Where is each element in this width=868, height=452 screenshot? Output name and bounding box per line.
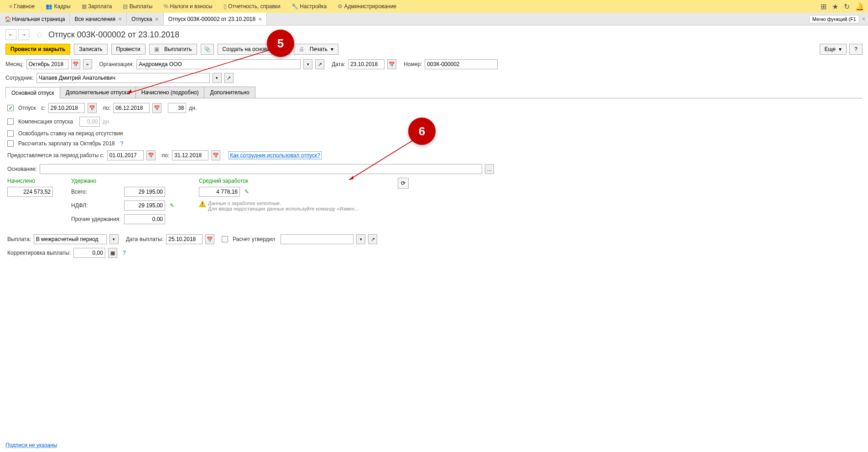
calendar-icon[interactable]: 📅 <box>205 234 214 244</box>
withheld-header[interactable]: Удержано <box>71 178 185 184</box>
approver-open-icon[interactable]: ↗ <box>368 234 377 244</box>
period-to-input[interactable] <box>172 150 208 160</box>
callout-6: 6 <box>408 118 436 145</box>
top-menu: ≡ Главное 👥 Кадры ▦ Зарплата ▤ Выплаты %… <box>0 0 868 13</box>
payout-dropdown[interactable] <box>109 234 119 244</box>
save-button[interactable]: Записать <box>74 44 107 55</box>
correction-help[interactable]: ? <box>123 250 126 256</box>
tab-main-vacation[interactable]: Основной отпуск <box>5 87 60 98</box>
nav-back[interactable]: ← <box>5 29 16 40</box>
accrued-header[interactable]: Начислено <box>7 178 57 184</box>
nav-forward[interactable]: → <box>18 29 29 40</box>
calc-icon[interactable]: ▦ <box>108 248 117 258</box>
compensation-input[interactable] <box>79 117 100 127</box>
compensation-days-label: дн. <box>103 118 110 125</box>
menu-hr[interactable]: 👥 Кадры <box>40 0 76 13</box>
payout-label: Выплата: <box>7 236 31 242</box>
help-button[interactable]: ? <box>849 44 863 55</box>
employee-label: Сотрудник: <box>5 75 34 81</box>
calendar-icon[interactable]: 📅 <box>211 150 220 160</box>
menu-salary[interactable]: ▦ Зарплата <box>76 0 118 13</box>
calc-salary-checkbox[interactable] <box>7 140 14 147</box>
tab-bar: 🏠 Начальная страница Все начисления× Отп… <box>0 13 868 26</box>
menu-settings[interactable]: 🔧 Настройка <box>286 0 332 13</box>
vacation-days-input[interactable] <box>168 103 186 113</box>
stepper-icon[interactable]: ÷ <box>83 59 92 69</box>
basis-more-icon[interactable]: … <box>485 164 494 174</box>
close-page-icon[interactable]: × <box>862 16 865 22</box>
svg-text:!: ! <box>202 201 203 207</box>
home-icon: 🏠 <box>5 16 10 22</box>
tab-home[interactable]: 🏠 Начальная страница <box>0 13 70 25</box>
calendar-icon[interactable]: 📅 <box>88 103 97 113</box>
approved-checkbox[interactable] <box>222 236 228 242</box>
menu-reports[interactable]: ▯ Отчетность, справки <box>218 0 286 13</box>
calendar-icon[interactable]: 📅 <box>71 59 80 69</box>
menu-payments[interactable]: ▤ Выплаты <box>117 0 158 13</box>
vacation-to-input[interactable] <box>113 103 150 113</box>
calendar-icon[interactable]: 📅 <box>387 59 396 69</box>
close-icon[interactable]: × <box>258 16 262 22</box>
more-button[interactable]: Еще ▾ <box>820 44 847 55</box>
edit-pencil-icon[interactable]: ✎ <box>244 189 249 195</box>
edit-pencil-icon[interactable]: ✎ <box>170 202 174 209</box>
correction-input[interactable] <box>73 248 105 258</box>
page-title: Отпуск 003К-000002 от 23.10.2018 <box>48 30 179 40</box>
to-label: по: <box>103 105 111 111</box>
total-label: Всего: <box>71 189 121 195</box>
star-icon[interactable]: ★ <box>832 2 838 11</box>
payout-date-input[interactable] <box>166 234 203 244</box>
menu-admin[interactable]: ⚙ Администрирование <box>332 0 402 13</box>
other-label: Прочие удержания: <box>71 216 121 222</box>
warn-line2: Для ввода недостающих данных используйте… <box>208 206 359 211</box>
org-dropdown[interactable] <box>303 59 312 69</box>
number-input[interactable] <box>425 59 498 69</box>
approver-dropdown[interactable] <box>356 234 365 244</box>
tab-vacations[interactable]: Отпуска× <box>127 13 164 25</box>
menu-main[interactable]: ≡ Главное <box>4 0 40 13</box>
bell-icon[interactable]: 🔔 <box>855 2 864 11</box>
vacation-from-input[interactable] <box>48 103 85 113</box>
month-input[interactable] <box>26 59 68 69</box>
period-label: Предоставляется за период работы с: <box>7 152 104 159</box>
calendar-icon[interactable]: 📅 <box>146 150 156 160</box>
tab-all-accruals[interactable]: Все начисления× <box>70 13 127 25</box>
vacation-checkbox[interactable] <box>7 105 14 111</box>
ndfl-value <box>124 200 165 211</box>
accrued-value[interactable] <box>7 187 53 197</box>
number-label: Номер: <box>404 61 422 67</box>
history-icon[interactable]: ↻ <box>844 2 850 11</box>
menu-functions[interactable]: Меню функций (F1 <box>809 15 859 23</box>
vacation-usage-link[interactable]: Как сотрудник использовал отпуск? <box>229 151 322 159</box>
payout-input[interactable] <box>34 234 107 244</box>
warning-icon: ! <box>199 200 206 208</box>
print-button[interactable]: 🖨 Печать ▾ <box>294 44 338 55</box>
date-label: Дата: <box>332 61 345 67</box>
favorite-star[interactable]: ☆ <box>36 29 44 40</box>
org-open-icon[interactable]: ↗ <box>315 59 324 69</box>
close-icon[interactable]: × <box>118 16 122 22</box>
post-close-button[interactable]: Провести и закрыть <box>5 44 70 55</box>
basis-label: Основание: <box>7 166 37 172</box>
approver-input[interactable] <box>281 234 353 244</box>
avg-value <box>199 187 240 197</box>
vacation-label: Отпуск <box>18 105 36 111</box>
page-header: ← → ☆ Отпуск 003К-000002 от 23.10.2018 <box>0 26 868 42</box>
payout-date-label: Дата выплаты: <box>126 236 163 242</box>
tab-current-vacation[interactable]: Отпуск 003К-000002 от 23.10.2018× <box>164 13 267 25</box>
correction-label: Корректировка выплаты: <box>7 250 71 256</box>
apps-icon[interactable]: ⊞ <box>821 2 826 11</box>
svg-marker-3 <box>349 176 353 180</box>
free-rate-checkbox[interactable] <box>7 130 14 137</box>
compensation-label: Компенсация отпуска <box>18 118 73 125</box>
menu-taxes[interactable]: % Налоги и взносы <box>158 0 218 13</box>
total-value <box>124 187 165 197</box>
period-from-input[interactable] <box>107 150 144 160</box>
compensation-checkbox[interactable] <box>7 118 14 125</box>
tab-additional-vacation[interactable]: Дополнительные отпуска <box>60 87 136 98</box>
close-icon[interactable]: × <box>155 16 159 22</box>
date-input[interactable] <box>348 59 385 69</box>
calendar-icon[interactable]: 📅 <box>152 103 161 113</box>
svg-marker-1 <box>128 89 132 93</box>
calc-salary-help[interactable]: ? <box>120 140 124 147</box>
